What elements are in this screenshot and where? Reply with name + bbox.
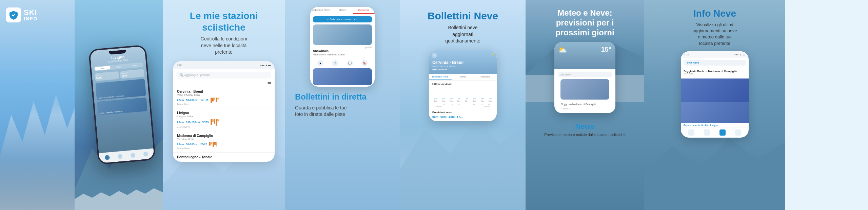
boll-forecast-row: 0cm 0cm 4cm 17... [429,115,497,121]
boll-tab-meteo[interactable]: Meteo [452,74,474,80]
boll-tabs: Bollettino Neve Meteo Report n. [429,74,497,81]
madonna-bar-3 [213,142,214,147]
info-neve-item-1-meta: 4 minuti fa [684,73,746,75]
date-19: 19 [451,103,453,105]
footer-nav-icon-1[interactable] [688,129,694,136]
bollettini-title: Bollettini Neve [400,0,526,24]
info-neve-subtitle: Visualizza gli ultimi aggiornamenti su n… [692,22,737,47]
bar-3 [214,98,215,100]
diretta-item-date: gen 01 [310,46,375,49]
boll-star-btn[interactable]: ★ [491,53,494,56]
action-share[interactable]: ↗ [332,60,338,66]
meteo-phone-temp: 15° [601,46,611,53]
bollettini-mountains-deco [400,108,526,210]
action-comment[interactable]: 💬 [347,60,353,66]
info-neve-list: Seggiovia Boch → Madonna di Campiglio 4 … [681,68,749,77]
meteo-news-item-1[interactable]: Segg... — Madonna di Campiglio [558,102,612,107]
phone-webcam-img-2: Livigno - Carosello - intermedia [97,98,147,116]
logo-ski-text: SKI [24,9,38,16]
cervinia-bar [211,98,219,103]
bar-2 [212,98,214,102]
fav-item-cervinia: Cervinia - Breuil Valle d'Aosta, Italia … [173,87,275,108]
phone-tab-bollettino[interactable]: Neve [95,66,111,71]
madonna-stat-2: 50-105cm [186,143,198,146]
livigno-bar-3 [214,119,215,124]
section-phone-hero: Livigno Lombardia, Italia Neve Meteo Rep… [75,0,163,210]
cervinia-stat-3: 14 [200,99,203,102]
diretta-tabs: Bollettino Neve Meteo Report n. [310,7,375,14]
boll-bar-7: 0cm [487,98,493,102]
boll-tab-bollettino[interactable]: Bollettino Neve [429,74,452,80]
fav-item-livigno-region: Livigno, Italia [177,115,271,118]
info-neve-wifi: ▲ [739,53,742,56]
info-neve-footer-link[interactable]: Report neve in diretta - Livigna [681,123,749,127]
boll-bar-4-fill [466,98,468,99]
madonna-stat-1: 26cm [177,143,184,146]
battery-icon: ▬ [268,64,271,66]
phone-nav-map[interactable] [130,153,135,158]
diretta-tab-bollettino[interactable]: Bollettino Neve [310,7,332,14]
logo-container: SKI INFO [6,7,38,22]
madonna-bar-4 [214,142,216,145]
month-end: gennaio [484,105,490,107]
phone-tab-report[interactable]: Report [127,63,143,68]
info-neve-title: Info Neve [693,8,736,19]
phone-nav-profile[interactable] [143,152,148,157]
fav-item-livigno: Livigno Livigno, Italia 20cm 100-150cm 3… [173,108,275,131]
boll-bar-3-fill [458,98,460,99]
livigno-bar-5 [217,119,219,122]
action-bookmark[interactable]: 🔖 [361,60,368,66]
news-subtitle: Previsioni meteo e notizie dalle stazion… [534,132,636,137]
phone-nav-home[interactable] [105,155,110,160]
bar-5 [217,98,219,100]
boll-bar-7-fill [489,98,492,99]
fav-item-livigno-stats: 20cm 100-150cm 32/33 [177,119,271,126]
boll-back-btn[interactable]: ‹ [432,53,437,58]
signal-icon: ●●● [260,64,264,66]
footer-nav-icon-3[interactable] [719,129,726,136]
livigno-bar [211,119,219,126]
livigno-stat-2: 100-150cm [186,121,200,124]
boll-bar-2-label: 0cm [450,100,453,102]
fav-signal-icons: ●●● ▲ ▬ [260,64,271,66]
info-neve-battery: ▬ [743,53,745,56]
section-bollettini: Bollettini Neve Bollettini neve aggiorna… [400,0,526,210]
weather-icon: ⛅ [558,46,567,54]
section-favorites: Le mie stazioni sciistiche Controlla le … [163,0,285,210]
hero-snow-overlay [0,159,75,210]
phone-nav-search[interactable] [118,154,123,159]
info-neve-list-item-1: Seggiovia Boch → Madonna di Campiglio 4 … [684,68,746,77]
info-neve-status: ●●● ▲ ▬ [734,53,745,56]
livigno-bar-2 [212,119,214,122]
diretta-tab-meteo[interactable]: Meteo [332,7,353,14]
diretta-write-btn[interactable]: ✏ Scrivi una recensione neve [313,16,372,22]
info-neve-search-label[interactable]: Info Neve [684,60,746,66]
diretta-phone: Bollettino Neve Meteo Report n. ✏ Scrivi… [310,7,375,87]
cervinia-stat-label: 24 ore Neve [177,103,271,105]
fav-list-icon: ✉ [268,81,271,86]
meteo-news-item-1-meta: 4 minuti fa [558,107,612,110]
info-neve-content: Info Neve Visualizza gli ultimi aggiorna… [644,0,785,143]
boll-bar-4: 0cm [463,98,470,102]
phone-webcam-row-2: Livigno - Carosello - intermedia [97,98,147,116]
boll-tab-report[interactable]: Report n. [474,74,497,80]
fav-item-madonna-stats: 26cm 50-105cm 20/20 [177,142,271,147]
boll-bar-0-label: 0cm [434,100,437,102]
info-neve-time: 4:20 [684,53,689,56]
fav-search-bar[interactable]: 🔍 Aggiungi ai preferiti [176,72,271,78]
month-start: gennaio [436,105,442,107]
boll-region: Valle d'Aosta, Italia [432,65,493,68]
fav-list-header: ✉ [173,81,275,86]
news-text-block: News Previsioni meteo e notizie dalle st… [526,119,644,137]
diretta-tab-report[interactable]: Report n. [353,7,375,14]
boll-bar-5: 0cm [471,98,478,102]
meteo-phone-search[interactable]: Info Neve [558,72,612,77]
phone-mockup: Livigno Lombardia, Italia Neve Meteo Rep… [88,45,156,165]
footer-nav-icon-4[interactable] [735,129,741,136]
footer-nav-icon-2[interactable] [704,129,710,136]
boll-bar-1-fill [442,98,445,99]
diretta-item-name: Snowbrain [310,49,375,53]
action-star[interactable]: ★ [317,60,323,66]
info-neve-phone: 4:20 ●●● ▲ ▬ Info Neve Seggiovia Boch → … [681,51,749,138]
phone-tab-meteo[interactable]: Meteo [111,65,127,69]
